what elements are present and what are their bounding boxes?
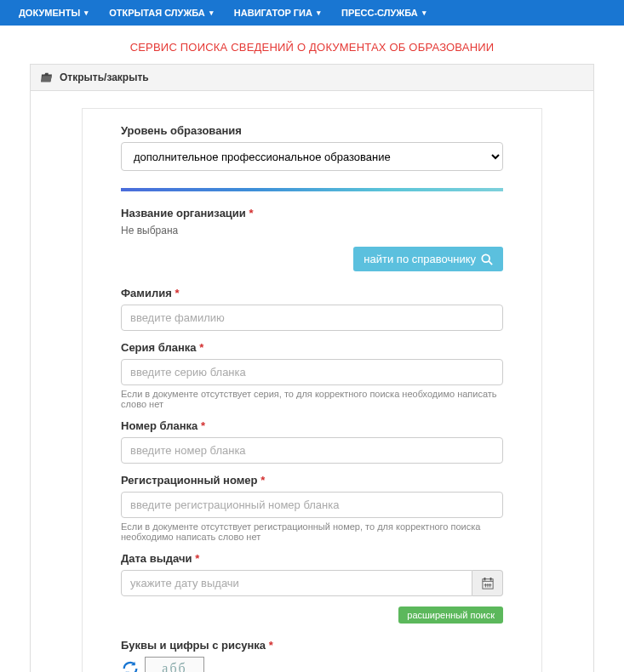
svg-point-0 [482, 254, 489, 262]
chevron-down-icon: ▾ [317, 9, 321, 17]
lastname-input[interactable] [121, 305, 503, 331]
level-select[interactable]: дополнительное профессиональное образова… [121, 142, 503, 171]
field-number: Номер бланка * [121, 419, 503, 464]
folder-open-icon [41, 72, 53, 83]
search-panel: Открыть/закрыть Уровень образования допо… [30, 64, 594, 672]
nav-item-open-service[interactable]: ОТКРЫТАЯ СЛУЖБА ▾ [99, 8, 224, 18]
number-input[interactable] [121, 437, 503, 464]
panel-toggle-label: Открыть/закрыть [60, 71, 149, 83]
nav-label: ПРЕСС-СЛУЖБА [341, 8, 418, 18]
date-label: Дата выдачи * [121, 552, 503, 565]
lookup-label: найти по справочнику [364, 253, 476, 265]
nav-item-press[interactable]: ПРЕСС-СЛУЖБА ▾ [331, 8, 437, 18]
reg-label: Регистрационный номер * [121, 474, 503, 487]
field-lastname: Фамилия * [121, 287, 503, 331]
nav-label: ДОКУМЕНТЫ [19, 8, 80, 18]
org-value: Не выбрана [121, 225, 503, 236]
panel-body: Уровень образования дополнительное профе… [31, 91, 593, 672]
date-input[interactable] [121, 570, 472, 596]
calendar-button[interactable] [472, 570, 503, 596]
reg-hint: Если в документе отсутствует регистрацио… [121, 521, 503, 542]
panel-toggle[interactable]: Открыть/закрыть [31, 65, 593, 91]
advanced-row: расширенный поиск [121, 607, 503, 624]
field-reg-number: Регистрационный номер * Если в документе… [121, 474, 503, 542]
field-captcha: Буквы и цифры с рисунка * [121, 639, 503, 652]
form-container: Уровень образования дополнительное профе… [82, 108, 542, 672]
field-organization: Название организации * Не выбрана [121, 207, 503, 236]
svg-line-1 [489, 261, 492, 265]
nav-item-documents[interactable]: ДОКУМЕНТЫ ▾ [9, 8, 99, 18]
search-icon [481, 253, 493, 265]
required-mark: * [175, 287, 179, 299]
captcha-label: Буквы и цифры с рисунка * [121, 639, 503, 652]
calendar-icon [482, 578, 494, 589]
required-mark: * [201, 419, 205, 432]
field-date: Дата выдачи * [121, 552, 503, 596]
org-lookup-row: найти по справочнику [121, 247, 503, 271]
required-mark: * [269, 639, 273, 652]
series-input[interactable] [121, 359, 503, 385]
chevron-down-icon: ▾ [422, 9, 426, 17]
captcha-image: абб [145, 657, 204, 672]
org-label: Название организации * [121, 207, 503, 219]
captcha-row: абб [121, 657, 503, 672]
field-series: Серия бланка * Если в документе отсутств… [121, 341, 503, 409]
advanced-search-button[interactable]: расширенный поиск [398, 607, 503, 624]
chevron-down-icon: ▾ [84, 9, 89, 17]
reg-input[interactable] [121, 492, 503, 518]
level-label: Уровень образования [121, 124, 503, 137]
lookup-button[interactable]: найти по справочнику [353, 247, 503, 271]
gradient-divider [121, 188, 503, 191]
nav-item-navigator-gia[interactable]: НАВИГАТОР ГИА ▾ [224, 8, 331, 18]
series-label: Серия бланка * [121, 341, 503, 354]
required-mark: * [249, 207, 253, 219]
field-education-level: Уровень образования дополнительное профе… [121, 124, 503, 171]
series-hint: Если в документе отсутствует серия, то д… [121, 389, 503, 409]
required-mark: * [199, 341, 203, 354]
refresh-icon[interactable] [121, 659, 140, 672]
number-label: Номер бланка * [121, 419, 503, 432]
page-title: СЕРВИС ПОИСКА СВЕДЕНИЙ О ДОКУМЕНТАХ ОБ О… [0, 26, 624, 64]
nav-label: ОТКРЫТАЯ СЛУЖБА [109, 8, 205, 18]
chevron-down-icon: ▾ [209, 9, 214, 17]
top-nav: ДОКУМЕНТЫ ▾ ОТКРЫТАЯ СЛУЖБА ▾ НАВИГАТОР … [0, 0, 624, 26]
nav-label: НАВИГАТОР ГИА [234, 8, 312, 18]
lastname-label: Фамилия * [121, 287, 503, 299]
required-mark: * [195, 552, 199, 565]
required-mark: * [260, 474, 265, 487]
